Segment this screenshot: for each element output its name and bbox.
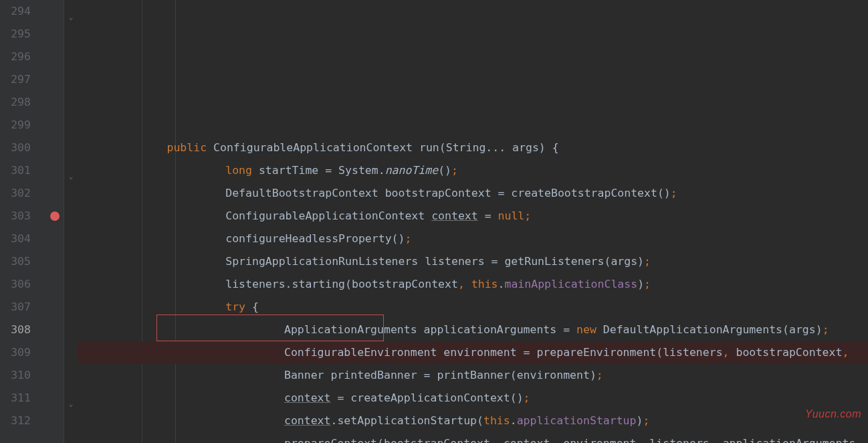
line-number-gutter[interactable]: 2942952962972982993003013023033043053063…: [0, 0, 45, 443]
code-token: listeners: [649, 437, 709, 443]
code-token: ConfigurableApplicationContext: [225, 209, 431, 222]
fold-toggle-icon[interactable]: ⌄: [66, 393, 76, 416]
line-number[interactable]: 297: [0, 68, 31, 91]
code-token: prepareContext(bootstrapContext: [284, 437, 490, 443]
code-line[interactable]: DefaultBootstrapContext bootstrapContext…: [78, 182, 868, 205]
code-token: SpringApplicationRunListeners listeners …: [225, 255, 644, 268]
code-line[interactable]: listeners.starting(bootstrapContext, thi…: [78, 273, 868, 296]
line-number[interactable]: 298: [0, 91, 31, 114]
code-line[interactable]: SpringApplicationRunListeners listeners …: [78, 250, 868, 273]
code-token: environment: [563, 437, 636, 443]
code-token: ;: [451, 164, 458, 177]
code-token: DefaultApplicationArguments(args): [603, 323, 823, 336]
code-token: {: [252, 300, 259, 313]
code-token: ,: [723, 346, 736, 359]
code-token: mainApplicationClass: [504, 278, 637, 290]
code-token: new: [576, 323, 603, 336]
code-token: DefaultBootstrapContext bootstrapContext…: [225, 187, 671, 199]
code-token: ,: [550, 437, 563, 443]
line-number[interactable]: 302: [0, 182, 31, 205]
line-number[interactable]: 309: [0, 341, 31, 364]
fold-gutter[interactable]: ⌄⌄⌄: [64, 0, 78, 443]
breakpoint-dot-icon[interactable]: [50, 211, 60, 221]
code-token: context: [284, 414, 331, 427]
code-token: applicationArguments: [723, 437, 856, 443]
code-token: bootstrapContext: [736, 346, 842, 359]
code-token: ConfigurableApplicationContext: [213, 141, 419, 154]
code-line[interactable]: try {: [78, 296, 868, 319]
code-line[interactable]: prepareContext(bootstrapContext, context…: [78, 432, 868, 443]
code-token: = createApplicationContext(): [331, 391, 524, 404]
code-token: ;: [524, 391, 530, 404]
code-token: ,: [458, 278, 471, 290]
line-number[interactable]: 311: [0, 387, 31, 410]
code-token: ,: [842, 346, 849, 359]
code-area[interactable]: public ConfigurableApplicationContext ru…: [78, 0, 868, 443]
code-token: (: [439, 141, 446, 154]
code-token: .: [510, 414, 517, 427]
line-number[interactable]: 295: [0, 23, 31, 46]
code-line[interactable]: long startTime = System.nanoTime();: [78, 159, 868, 182]
code-token: public: [167, 141, 213, 154]
code-token: =: [478, 209, 498, 222]
line-number[interactable]: 308: [0, 319, 31, 341]
code-token: listeners.starting(bootstrapContext: [225, 278, 458, 290]
code-token: .setApplicationStartup(: [331, 414, 483, 427]
code-token: ,: [710, 437, 723, 443]
line-number[interactable]: 301: [0, 159, 31, 182]
code-line[interactable]: ConfigurableEnvironment environment = pr…: [78, 341, 868, 364]
code-token: Banner printedBanner = printBanner(envir…: [284, 369, 596, 381]
code-token: ): [637, 278, 644, 290]
code-token: ): [636, 414, 643, 427]
code-line[interactable]: Banner printedBanner = printBanner(envir…: [78, 364, 868, 387]
code-token: ;: [644, 255, 651, 268]
line-number[interactable]: 299: [0, 114, 31, 137]
line-number[interactable]: 294: [0, 0, 31, 23]
line-number[interactable]: 296: [0, 46, 31, 68]
code-token: context: [504, 437, 550, 443]
code-line[interactable]: ApplicationArguments applicationArgument…: [78, 319, 868, 341]
code-token: ... args) {: [485, 141, 558, 154]
code-token: context: [431, 209, 478, 222]
line-number[interactable]: 304: [0, 228, 31, 250]
code-token: configureHeadlessProperty(): [225, 232, 405, 245]
code-token: ,: [636, 437, 649, 443]
code-line[interactable]: configureHeadlessProperty();: [78, 228, 868, 250]
line-number[interactable]: 310: [0, 364, 31, 387]
code-token: ApplicationArguments applicationArgument…: [284, 323, 576, 336]
code-token: context: [284, 391, 331, 404]
code-token: ;: [823, 323, 829, 336]
line-number[interactable]: 300: [0, 137, 31, 159]
line-number[interactable]: 312: [0, 410, 31, 432]
code-token: this: [483, 414, 510, 427]
code-token: null: [498, 209, 525, 222]
code-editor[interactable]: 2942952962972982993003013023033043053063…: [0, 0, 868, 443]
code-token: run: [419, 141, 439, 154]
code-line[interactable]: context.setApplicationStartup(this.appli…: [78, 410, 868, 432]
line-number[interactable]: 307: [0, 296, 31, 319]
code-line[interactable]: public ConfigurableApplicationContext ru…: [78, 137, 868, 159]
code-token: (): [438, 164, 451, 177]
code-token: ;: [405, 232, 411, 245]
code-token: ;: [671, 187, 677, 199]
code-token: ;: [643, 414, 649, 427]
code-token: try: [225, 300, 252, 313]
code-line[interactable]: ConfigurableApplicationContext context =…: [78, 205, 868, 228]
fold-toggle-icon[interactable]: ⌄: [66, 165, 76, 188]
line-number[interactable]: 305: [0, 250, 31, 273]
breakpoint-gutter[interactable]: [45, 0, 64, 443]
fold-toggle-icon[interactable]: ⌄: [66, 6, 76, 29]
code-token: String: [446, 141, 486, 154]
code-line[interactable]: context = createApplicationContext();: [78, 387, 868, 410]
code-token: long: [225, 164, 259, 177]
code-token: .: [498, 278, 505, 290]
line-number[interactable]: 303: [0, 205, 31, 228]
code-token: this: [471, 278, 498, 290]
line-number[interactable]: 306: [0, 273, 31, 296]
code-token: ;: [524, 209, 531, 222]
code-token: ;: [644, 278, 651, 290]
code-token: applicationStartup: [517, 414, 637, 427]
code-token: nanoTime: [385, 164, 438, 177]
code-token: ConfigurableEnvironment environment = pr…: [284, 346, 723, 359]
code-token: ;: [596, 369, 603, 381]
